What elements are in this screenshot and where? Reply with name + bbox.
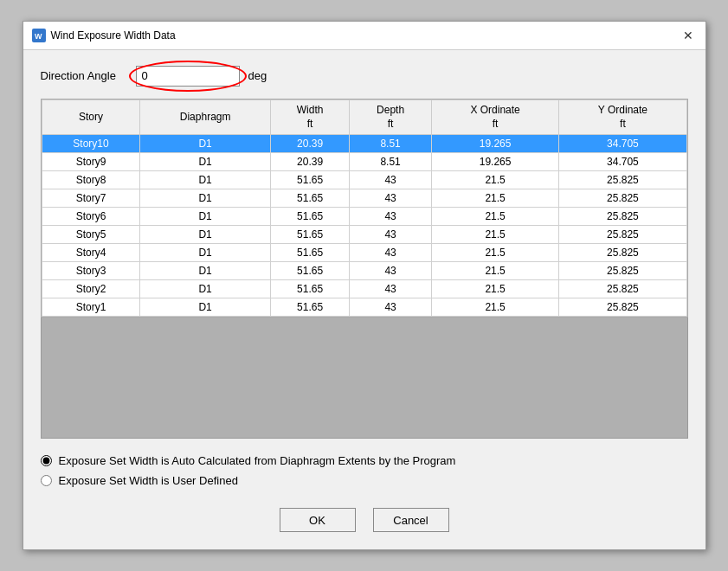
table-cell: 21.5 (431, 262, 559, 280)
table-cell: 21.5 (431, 298, 559, 317)
title-bar-left: W Wind Exposure Width Data (32, 29, 176, 42)
table-cell: 25.825 (559, 171, 686, 189)
table-cell: D1 (140, 208, 270, 226)
content-area: Direction Angle 0 deg Story Diaphragm Wi… (23, 50, 705, 549)
table-cell: Story1 (42, 298, 140, 317)
table-cell: 21.5 (431, 171, 559, 189)
radio-user-defined-label: Exposure Set Width is User Defined (59, 474, 238, 487)
table-cell: 8.51 (350, 153, 431, 171)
table-cell: 19.265 (431, 135, 559, 153)
table-cell: D1 (140, 153, 270, 171)
table-cell: Story10 (42, 135, 140, 153)
radio-auto-label: Exposure Set Width is Auto Calculated fr… (59, 454, 456, 467)
table-row[interactable]: Story4D151.654321.525.825 (42, 244, 686, 262)
table-cell: Story8 (42, 171, 140, 189)
table-cell: 25.825 (559, 262, 686, 280)
table-cell: 51.65 (270, 171, 350, 189)
title-bar: W Wind Exposure Width Data ✕ (23, 22, 705, 50)
table-row[interactable]: Story9D120.398.5119.26534.705 (42, 153, 686, 171)
table-cell: 43 (350, 262, 431, 280)
data-table-container: Story Diaphragm Widthft Depthft X Ordina… (41, 99, 688, 439)
window-title: Wind Exposure Width Data (51, 29, 176, 42)
table-cell: 43 (350, 189, 431, 208)
table-cell: Story9 (42, 153, 140, 171)
col-diaphragm: Diaphragm (140, 99, 270, 134)
col-x-ordinate: X Ordinateft (431, 99, 559, 134)
app-icon: W (32, 29, 46, 42)
table-cell: 51.65 (270, 262, 350, 280)
button-row: OK Cancel (41, 499, 688, 537)
table-cell: Story5 (42, 226, 140, 244)
table-cell: 25.825 (559, 189, 686, 208)
direction-angle-label: Direction Angle (41, 69, 127, 82)
cancel-button[interactable]: Cancel (373, 508, 449, 532)
table-cell: 43 (350, 244, 431, 262)
table-row[interactable]: Story5D151.654321.525.825 (42, 226, 686, 244)
radio-option-1[interactable]: Exposure Set Width is Auto Calculated fr… (41, 454, 688, 467)
radio-section: Exposure Set Width is Auto Calculated fr… (41, 454, 688, 487)
table-cell: 51.65 (270, 189, 350, 208)
table-row[interactable]: Story7D151.654321.525.825 (42, 189, 686, 208)
table-row[interactable]: Story10D120.398.5119.26534.705 (42, 135, 686, 153)
col-y-ordinate: Y Ordinateft (559, 99, 686, 134)
degree-unit-label: deg (248, 69, 267, 82)
table-cell: 51.65 (270, 226, 350, 244)
table-cell: D1 (140, 262, 270, 280)
table-cell: D1 (140, 298, 270, 317)
table-row[interactable]: Story1D151.654321.525.825 (42, 298, 686, 317)
table-cell: 43 (350, 298, 431, 317)
table-cell: 20.39 (270, 153, 350, 171)
table-cell: 25.825 (559, 280, 686, 298)
table-cell: 25.825 (559, 244, 686, 262)
table-cell: Story7 (42, 189, 140, 208)
table-cell: 51.65 (270, 280, 350, 298)
table-cell: 19.265 (431, 153, 559, 171)
table-cell: Story3 (42, 262, 140, 280)
table-row[interactable]: Story8D151.654321.525.825 (42, 171, 686, 189)
table-cell: 21.5 (431, 280, 559, 298)
exposure-table: Story Diaphragm Widthft Depthft X Ordina… (42, 99, 687, 317)
table-cell: 8.51 (350, 135, 431, 153)
table-cell: 25.825 (559, 208, 686, 226)
table-cell: 43 (350, 226, 431, 244)
table-cell: 43 (350, 208, 431, 226)
table-row[interactable]: Story3D151.654321.525.825 (42, 262, 686, 280)
table-cell: Story2 (42, 280, 140, 298)
radio-auto[interactable] (41, 455, 52, 466)
table-cell: Story6 (42, 208, 140, 226)
close-button[interactable]: ✕ (680, 27, 697, 44)
table-cell: 51.65 (270, 208, 350, 226)
svg-text:W: W (35, 32, 42, 41)
col-depth: Depthft (350, 99, 431, 134)
radio-user-defined[interactable] (41, 475, 52, 486)
direction-angle-row: Direction Angle 0 deg (41, 66, 688, 87)
table-cell: D1 (140, 135, 270, 153)
direction-angle-input[interactable]: 0 (136, 66, 240, 87)
table-cell: 21.5 (431, 189, 559, 208)
table-cell: 25.825 (559, 226, 686, 244)
empty-table-area (41, 318, 688, 439)
table-wrapper: Story Diaphragm Widthft Depthft X Ordina… (41, 99, 688, 318)
main-window: W Wind Exposure Width Data ✕ Direction A… (23, 21, 706, 550)
table-cell: D1 (140, 171, 270, 189)
table-cell: 25.825 (559, 298, 686, 317)
table-header-row: Story Diaphragm Widthft Depthft X Ordina… (42, 99, 686, 134)
table-cell: 34.705 (559, 135, 686, 153)
ok-button[interactable]: OK (280, 508, 356, 532)
radio-option-2[interactable]: Exposure Set Width is User Defined (41, 474, 688, 487)
table-cell: D1 (140, 244, 270, 262)
table-cell: Story4 (42, 244, 140, 262)
table-cell: D1 (140, 189, 270, 208)
col-story: Story (42, 99, 140, 134)
table-cell: 21.5 (431, 226, 559, 244)
table-cell: 43 (350, 280, 431, 298)
table-row[interactable]: Story6D151.654321.525.825 (42, 208, 686, 226)
col-width: Widthft (270, 99, 350, 134)
table-body: Story10D120.398.5119.26534.705Story9D120… (42, 135, 686, 317)
table-row[interactable]: Story2D151.654321.525.825 (42, 280, 686, 298)
table-cell: D1 (140, 280, 270, 298)
direction-input-wrap: 0 (136, 66, 240, 87)
table-cell: 21.5 (431, 208, 559, 226)
table-cell: 51.65 (270, 244, 350, 262)
table-cell: 34.705 (559, 153, 686, 171)
